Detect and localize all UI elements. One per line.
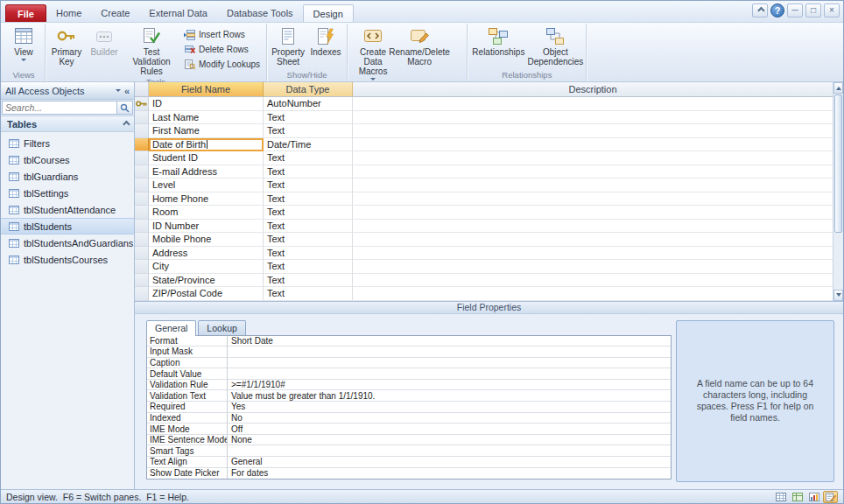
nav-item-tblCourses[interactable]: tblCourses — [1, 151, 134, 168]
description-cell[interactable] — [353, 165, 833, 179]
field-name-cell[interactable]: City — [149, 260, 264, 274]
row-selector[interactable] — [135, 274, 149, 288]
test-validation-rules-button[interactable]: Test Validation Rules — [123, 24, 179, 77]
property-sheet-button[interactable]: Property Sheet — [270, 24, 306, 70]
data-type-cell[interactable]: Text — [264, 247, 353, 261]
field-row[interactable]: E-mail AddressText — [135, 165, 833, 179]
rename-delete-macro-button[interactable]: Rename/Delete Macro — [397, 24, 442, 81]
property-row[interactable]: FormatShort Date — [147, 336, 671, 347]
row-selector[interactable] — [135, 178, 149, 192]
relationships-button[interactable]: Relationships — [470, 24, 526, 70]
field-name-cell[interactable]: Room — [149, 206, 264, 220]
nav-section-tables[interactable]: Tables — [1, 116, 134, 132]
close-button[interactable]: × — [824, 4, 840, 18]
data-type-cell[interactable]: Text — [264, 124, 353, 138]
field-row[interactable]: Date of BirthDate/Time — [135, 138, 833, 152]
description-cell[interactable] — [353, 260, 833, 274]
field-row[interactable]: ID NumberText — [135, 220, 833, 234]
primary-key-button[interactable]: Primary Key — [48, 24, 85, 77]
property-row[interactable]: Caption — [147, 358, 671, 369]
nav-pane-header[interactable]: All Access Objects « — [1, 82, 134, 100]
grid-scrollbar[interactable] — [833, 82, 843, 301]
data-type-cell[interactable]: Text — [264, 287, 353, 301]
property-value[interactable]: Short Date — [228, 336, 671, 347]
data-type-header[interactable]: Data Type — [264, 82, 353, 97]
description-cell[interactable] — [353, 206, 833, 220]
data-type-cell[interactable]: Date/Time — [264, 138, 353, 152]
data-type-cell[interactable]: Text — [264, 233, 353, 247]
property-value[interactable]: Value must be greater than 1/1/1910. — [228, 390, 671, 402]
description-cell[interactable] — [353, 111, 833, 125]
description-cell[interactable] — [353, 287, 833, 301]
nav-item-tblStudents[interactable]: tblStudents — [1, 218, 134, 234]
data-type-cell[interactable]: Text — [264, 260, 353, 274]
field-row[interactable]: LevelText — [135, 178, 833, 192]
field-name-cell[interactable]: Mobile Phone — [149, 233, 264, 247]
design-view-button[interactable] — [823, 491, 838, 503]
row-selector[interactable] — [135, 124, 149, 138]
property-value[interactable]: General — [228, 457, 671, 468]
field-name-cell[interactable]: ZIP/Postal Code — [149, 287, 264, 301]
row-selector[interactable] — [135, 165, 149, 179]
nav-item-tblStudentsCourses[interactable]: tblStudentsCourses — [1, 251, 134, 268]
property-value[interactable]: None — [228, 435, 671, 446]
nav-item-tblSettings[interactable]: tblSettings — [1, 185, 134, 201]
tab-external-data[interactable]: External Data — [139, 4, 217, 22]
nav-item-tblStudentsAndGuardians[interactable]: tblStudentsAndGuardians — [1, 234, 134, 251]
file-tab[interactable]: File — [5, 4, 46, 22]
description-cell[interactable] — [353, 247, 833, 261]
field-row[interactable]: ZIP/Postal CodeText — [135, 287, 833, 301]
collapse-pane-icon[interactable]: « — [124, 86, 130, 96]
description-cell[interactable] — [353, 97, 833, 111]
field-name-cell[interactable]: ID Number — [149, 220, 264, 234]
field-name-cell[interactable]: E-mail Address — [149, 165, 264, 179]
tab-design[interactable]: Design — [303, 4, 354, 22]
property-value[interactable]: No — [228, 413, 671, 424]
tab-home[interactable]: Home — [46, 4, 91, 22]
pivottable-view-button[interactable] — [790, 491, 805, 503]
property-row[interactable]: Validation TextValue must be greater tha… — [147, 390, 671, 402]
data-type-cell[interactable]: Text — [264, 220, 353, 234]
search-input[interactable] — [2, 101, 117, 115]
pivotchart-view-button[interactable] — [806, 491, 821, 503]
row-selector[interactable] — [135, 151, 149, 165]
field-row[interactable]: Student IDText — [135, 151, 833, 165]
property-value[interactable]: For dates — [228, 468, 671, 480]
property-row[interactable]: Show Date PickerFor dates — [147, 468, 671, 480]
tab-create[interactable]: Create — [91, 4, 139, 22]
builder-button[interactable]: Builder — [86, 24, 123, 77]
indexes-button[interactable]: Indexes — [307, 24, 344, 70]
help-button[interactable]: ? — [770, 4, 784, 18]
nav-item-Filters[interactable]: Filters — [1, 135, 134, 151]
property-value[interactable]: Yes — [228, 402, 671, 413]
property-value[interactable] — [228, 358, 671, 369]
description-cell[interactable] — [353, 192, 833, 206]
field-name-cell[interactable]: Last Name — [149, 111, 264, 125]
data-type-cell[interactable]: Text — [264, 165, 353, 179]
property-value[interactable]: >=#1/1/1910# — [228, 380, 671, 391]
field-name-cell[interactable]: State/Province — [149, 274, 264, 288]
field-row[interactable]: State/ProvinceText — [135, 274, 833, 288]
description-cell[interactable] — [353, 220, 833, 234]
field-name-cell[interactable]: Level — [149, 178, 264, 192]
modify-lookups-button[interactable]: Modify Lookups — [180, 57, 264, 72]
property-row[interactable]: Default Value — [147, 368, 671, 380]
row-selector[interactable] — [135, 192, 149, 206]
property-value[interactable] — [228, 368, 671, 380]
property-row[interactable]: RequiredYes — [147, 402, 671, 413]
property-row[interactable]: Validation Rule>=#1/1/1910# — [147, 380, 671, 391]
minimize-button[interactable]: ─ — [787, 4, 803, 18]
description-header[interactable]: Description — [353, 82, 833, 97]
data-type-cell[interactable]: Text — [264, 178, 353, 192]
field-name-cell[interactable]: Student ID — [149, 151, 264, 165]
row-selector[interactable] — [135, 287, 149, 301]
description-cell[interactable] — [353, 233, 833, 247]
nav-item-tblStudentAttendance[interactable]: tblStudentAttendance — [1, 201, 134, 218]
property-row[interactable]: Text AlignGeneral — [147, 457, 671, 468]
field-name-header[interactable]: Field Name — [149, 82, 264, 97]
view-button[interactable]: View — [5, 24, 42, 70]
description-cell[interactable] — [353, 151, 833, 165]
row-selector[interactable] — [135, 220, 149, 234]
datasheet-view-button[interactable] — [773, 491, 788, 503]
description-cell[interactable] — [353, 178, 833, 192]
